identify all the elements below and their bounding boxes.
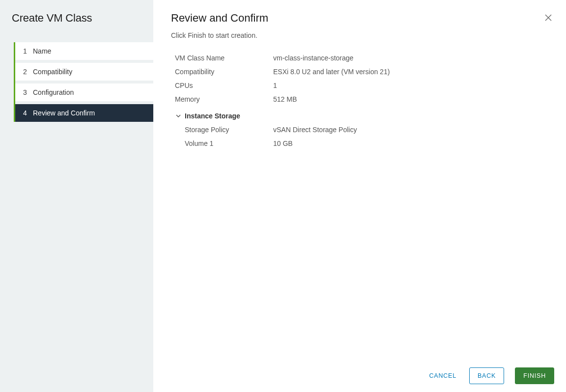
page-subtitle: Click Finish to start creation. — [171, 31, 554, 39]
step-number: 1 — [23, 47, 31, 55]
summary-label: VM Class Name — [175, 54, 273, 62]
wizard-step-1[interactable]: 1Name — [15, 42, 153, 60]
main-header: Review and Confirm — [171, 12, 554, 25]
wizard-footer: CANCEL BACK FINISH — [171, 360, 554, 384]
summary-value: 512 MB — [273, 95, 297, 103]
step-label: Review and Confirm — [33, 109, 95, 117]
instance-storage-value: 10 GB — [273, 140, 293, 147]
step-label: Compatibility — [33, 68, 72, 76]
summary-row: VM Class Namevm-class-instance-storage — [175, 54, 554, 62]
summary-value: vm-class-instance-storage — [273, 54, 353, 62]
instance-storage-heading: Instance Storage — [185, 112, 240, 120]
instance-storage-label: Storage Policy — [185, 126, 273, 134]
summary-label: CPUs — [175, 82, 273, 89]
step-label: Name — [33, 47, 51, 55]
instance-storage-row: Storage PolicyvSAN Direct Storage Policy — [185, 126, 554, 134]
step-label: Configuration — [33, 88, 74, 96]
summary-value: 1 — [273, 82, 277, 89]
summary-row: CPUs1 — [175, 82, 554, 89]
summary-rows: VM Class Namevm-class-instance-storageCo… — [175, 54, 554, 103]
instance-storage-label: Volume 1 — [185, 140, 273, 147]
wizard-step-3[interactable]: 3Configuration — [15, 84, 153, 101]
step-number: 4 — [23, 109, 31, 117]
instance-storage-rows: Storage PolicyvSAN Direct Storage Policy… — [185, 126, 554, 147]
page-title: Review and Confirm — [171, 12, 268, 25]
instance-storage-row: Volume 110 GB — [185, 140, 554, 147]
back-button[interactable]: BACK — [469, 367, 504, 384]
wizard-sidebar: Create VM Class 1Name2Compatibility3Conf… — [0, 0, 153, 392]
wizard-step-4[interactable]: 4Review and Confirm — [15, 104, 153, 122]
chevron-down-icon — [175, 112, 182, 119]
main-panel: Review and Confirm Click Finish to start… — [153, 0, 566, 392]
instance-storage-value: vSAN Direct Storage Policy — [273, 126, 357, 134]
wizard-step-2[interactable]: 2Compatibility — [15, 63, 153, 81]
step-number: 2 — [23, 68, 31, 76]
wizard-title: Create VM Class — [12, 12, 153, 25]
summary-label: Memory — [175, 95, 273, 103]
summary-row: CompatibilityESXi 8.0 U2 and later (VM v… — [175, 68, 554, 76]
finish-button[interactable]: FINISH — [515, 367, 554, 384]
summary-label: Compatibility — [175, 68, 273, 76]
wizard-steps: 1Name2Compatibility3Configuration4Review… — [14, 42, 153, 122]
cancel-button[interactable]: CANCEL — [427, 369, 458, 382]
close-button[interactable] — [542, 12, 554, 24]
review-section: VM Class Namevm-class-instance-storageCo… — [175, 54, 554, 153]
step-number: 3 — [23, 88, 31, 96]
summary-value: ESXi 8.0 U2 and later (VM version 21) — [273, 68, 390, 76]
instance-storage-toggle[interactable]: Instance Storage — [175, 112, 554, 120]
summary-row: Memory512 MB — [175, 95, 554, 103]
close-icon — [544, 16, 552, 23]
